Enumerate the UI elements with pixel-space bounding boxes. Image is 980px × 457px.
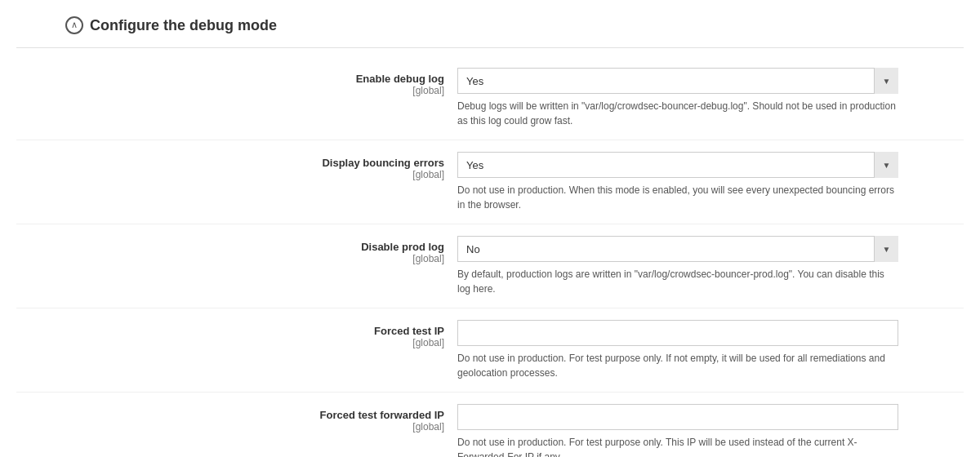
select-wrapper-enable-debug-log: YesNo <box>457 68 898 94</box>
form-rows-container: Enable debug log[global]YesNoDebug logs … <box>16 56 964 457</box>
select-disable-prod-log[interactable]: YesNo <box>457 236 898 262</box>
hint-display-bouncing-errors: Do not use in production. When this mode… <box>457 183 898 212</box>
label-col-disable-prod-log: Disable prod log[global] <box>16 236 457 264</box>
hint-forced-test-forwarded-ip: Do not use in production. For test purpo… <box>457 435 898 457</box>
section-header: Configure the debug mode <box>16 8 964 48</box>
select-wrapper-display-bouncing-errors: YesNo <box>457 152 898 178</box>
select-enable-debug-log[interactable]: YesNo <box>457 68 898 94</box>
control-col-forced-test-forwarded-ip: Do not use in production. For test purpo… <box>457 404 964 457</box>
label-display-bouncing-errors: Display bouncing errors <box>16 157 444 169</box>
page-container: Configure the debug mode Enable debug lo… <box>0 0 980 457</box>
input-forced-test-forwarded-ip[interactable] <box>457 404 898 430</box>
sublabel-forced-test-forwarded-ip: [global] <box>16 421 444 433</box>
section-title: Configure the debug mode <box>90 17 277 34</box>
form-row-forced-test-forwarded-ip: Forced test forwarded IP[global]Do not u… <box>16 393 964 457</box>
sublabel-display-bouncing-errors: [global] <box>16 169 444 180</box>
control-col-forced-test-ip: Do not use in production. For test purpo… <box>457 320 964 380</box>
form-row-enable-debug-log: Enable debug log[global]YesNoDebug logs … <box>16 56 964 140</box>
label-col-forced-test-forwarded-ip: Forced test forwarded IP[global] <box>16 404 457 433</box>
label-forced-test-forwarded-ip: Forced test forwarded IP <box>16 409 444 421</box>
form-row-forced-test-ip: Forced test IP[global]Do not use in prod… <box>16 308 964 393</box>
input-forced-test-ip[interactable] <box>457 320 898 346</box>
label-col-display-bouncing-errors: Display bouncing errors[global] <box>16 152 457 180</box>
label-enable-debug-log: Enable debug log <box>16 73 444 85</box>
label-disable-prod-log: Disable prod log <box>16 241 444 253</box>
sublabel-forced-test-ip: [global] <box>16 337 444 348</box>
form-row-display-bouncing-errors: Display bouncing errors[global]YesNoDo n… <box>16 140 964 224</box>
hint-forced-test-ip: Do not use in production. For test purpo… <box>457 351 898 380</box>
sublabel-enable-debug-log: [global] <box>16 85 444 96</box>
chevron-up-icon <box>65 16 83 34</box>
label-col-enable-debug-log: Enable debug log[global] <box>16 68 457 96</box>
control-col-disable-prod-log: YesNoBy default, production logs are wri… <box>457 236 964 296</box>
select-wrapper-disable-prod-log: YesNo <box>457 236 898 262</box>
form-row-disable-prod-log: Disable prod log[global]YesNoBy default,… <box>16 224 964 308</box>
control-col-display-bouncing-errors: YesNoDo not use in production. When this… <box>457 152 964 212</box>
label-col-forced-test-ip: Forced test IP[global] <box>16 320 457 348</box>
hint-disable-prod-log: By default, production logs are written … <box>457 267 898 296</box>
hint-enable-debug-log: Debug logs will be written in "var/log/c… <box>457 99 898 128</box>
control-col-enable-debug-log: YesNoDebug logs will be written in "var/… <box>457 68 964 128</box>
select-display-bouncing-errors[interactable]: YesNo <box>457 152 898 178</box>
sublabel-disable-prod-log: [global] <box>16 253 444 264</box>
label-forced-test-ip: Forced test IP <box>16 325 444 337</box>
